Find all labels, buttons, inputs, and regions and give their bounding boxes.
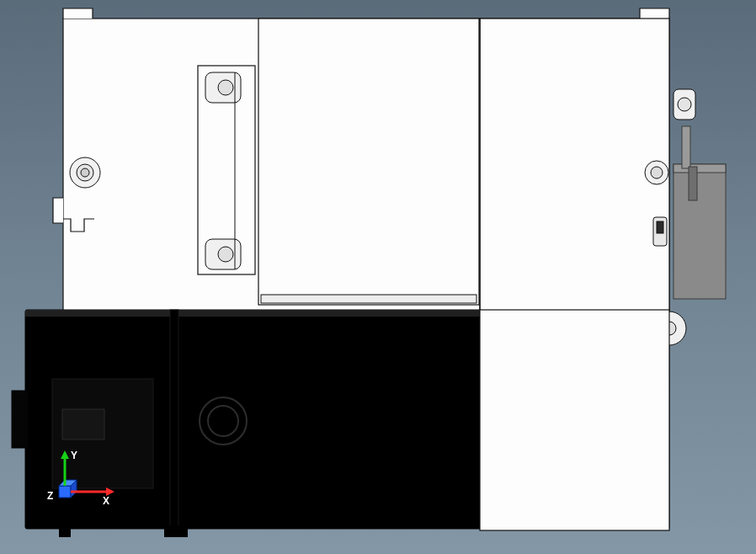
svg-rect-18 bbox=[682, 126, 690, 168]
right-column-lower bbox=[480, 310, 669, 530]
graphics-viewport[interactable]: X Y Z bbox=[0, 0, 756, 554]
svg-rect-26 bbox=[170, 310, 178, 529]
svg-rect-17 bbox=[673, 164, 726, 173]
left-slot-tab bbox=[53, 198, 63, 223]
svg-rect-23 bbox=[62, 409, 104, 439]
grey-bracket bbox=[673, 126, 726, 299]
cad-model-svg[interactable] bbox=[0, 0, 756, 554]
center-panel-lip bbox=[261, 295, 476, 303]
top-tab-left bbox=[63, 8, 93, 19]
svg-point-13 bbox=[651, 167, 663, 178]
svg-point-3 bbox=[81, 168, 89, 177]
hex-screw-top-left bbox=[70, 157, 100, 188]
svg-rect-29 bbox=[164, 525, 188, 537]
svg-rect-28 bbox=[59, 525, 71, 537]
svg-rect-21 bbox=[25, 310, 482, 317]
svg-point-11 bbox=[678, 98, 691, 111]
center-panel[interactable] bbox=[258, 19, 479, 305]
top-tab-right bbox=[640, 8, 669, 19]
svg-point-25 bbox=[208, 406, 238, 436]
clamp-block bbox=[198, 66, 255, 274]
svg-point-8 bbox=[218, 247, 233, 262]
svg-rect-27 bbox=[12, 391, 29, 448]
svg-point-6 bbox=[218, 80, 233, 95]
pin bbox=[657, 221, 663, 233]
svg-rect-19 bbox=[689, 167, 697, 200]
motor-assembly[interactable] bbox=[12, 310, 482, 537]
svg-rect-16 bbox=[673, 164, 726, 299]
